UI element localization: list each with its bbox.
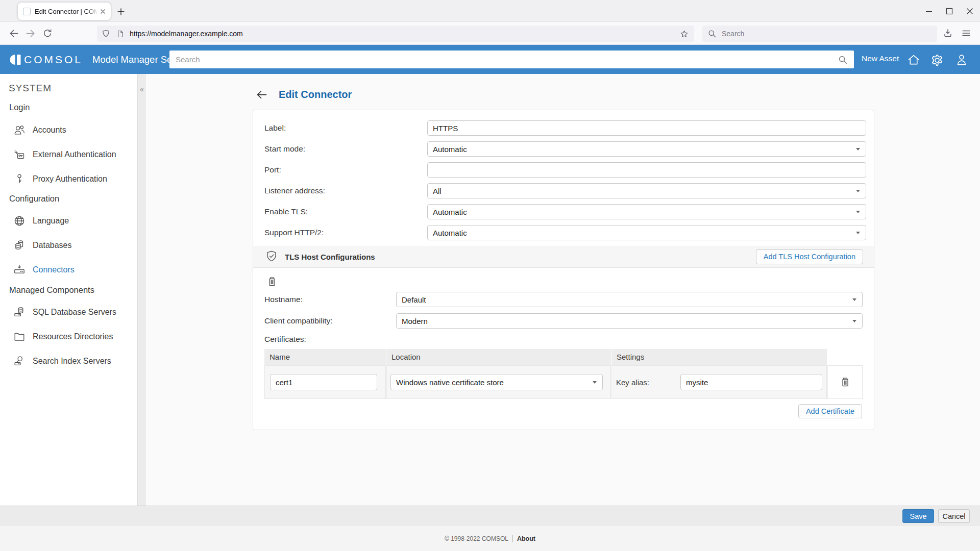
bookmark-star-icon[interactable] — [679, 29, 689, 39]
certificate-location-value: Windows native certificate store — [396, 378, 504, 387]
databases-icon — [13, 239, 26, 252]
user-profile-icon[interactable] — [954, 53, 969, 67]
downloads-icon[interactable] — [942, 28, 954, 39]
shield-icon[interactable] — [101, 29, 111, 39]
about-link[interactable]: About — [517, 535, 535, 542]
sidebar-item-label: SQL Database Servers — [33, 308, 116, 317]
external-authentication-icon — [13, 148, 26, 161]
browser-search-placeholder: Search — [722, 30, 744, 38]
sidebar-group-login: Login — [9, 103, 137, 114]
back-arrow-icon[interactable] — [255, 88, 268, 101]
window-minimize-button[interactable] — [919, 0, 939, 22]
sidebar-item-proxy-authentication[interactable]: Proxy Authentication — [0, 167, 137, 191]
add-certificate-button[interactable]: Add Certificate — [798, 404, 862, 418]
client-compatibility-label: Client compatibility: — [264, 316, 396, 325]
listener-address-select[interactable]: All — [427, 183, 866, 198]
sidebar-item-label: Accounts — [33, 126, 66, 135]
sidebar-item-label: External Authentication — [33, 150, 116, 159]
sidebar-item-language[interactable]: Language — [0, 209, 137, 233]
sidebar-collapse-icon[interactable]: « — [138, 85, 146, 93]
url-bar[interactable]: https://modelmanager.example.com — [97, 26, 694, 42]
delete-certificate-icon[interactable] — [839, 375, 852, 389]
certificate-settings-cell: Key alias: — [611, 365, 827, 399]
window-maximize-button[interactable] — [939, 0, 960, 22]
sidebar-item-label: Search Index Servers — [33, 357, 111, 366]
form-row-hostname: Hostname: Default — [264, 292, 863, 307]
client-compatibility-select[interactable]: Modern — [396, 313, 863, 329]
sidebar-item-accounts[interactable]: Accounts — [0, 118, 137, 142]
sidebar-item-search-index-servers[interactable]: Search Index Servers — [0, 349, 137, 373]
certificates-table-header: Name Location Settings — [264, 349, 861, 365]
cancel-button[interactable]: Cancel — [938, 509, 970, 523]
header-search-input[interactable] — [169, 51, 854, 68]
browser-tab[interactable]: Edit Connector | COMSOL Mod — [18, 3, 111, 20]
forward-icon[interactable] — [24, 28, 36, 39]
start-mode-value: Automatic — [433, 145, 467, 154]
app-header: COMSOL Model Manager Server New Asset — [0, 45, 980, 74]
sidebar-item-label: Proxy Authentication — [33, 174, 107, 184]
main-content: Edit Connector Label: Start mode: Automa… — [146, 74, 980, 506]
certificates-table: Name Location Settings Windows native ce… — [264, 349, 861, 399]
copyright-text: © 1998-2022 COMSOL — [445, 535, 508, 542]
form-row-start-mode: Start mode: Automatic — [264, 141, 866, 157]
certificate-name-input[interactable] — [270, 374, 377, 390]
sidebar-heading: SYSTEM — [9, 83, 137, 94]
form-row-support-http2: Support HTTP/2: Automatic — [264, 225, 866, 240]
enable-tls-value: Automatic — [433, 208, 467, 216]
search-icon — [707, 29, 717, 38]
browser-search-field[interactable]: Search — [702, 26, 937, 42]
key-alias-input[interactable] — [680, 374, 822, 390]
comsol-logo[interactable]: COMSOL — [10, 54, 83, 66]
footer-divider — [512, 535, 513, 542]
column-header-location: Location — [386, 349, 611, 365]
screen: Edit Connector | COMSOL Mod — [0, 0, 980, 551]
port-input[interactable] — [427, 162, 866, 178]
hostname-label: Hostname: — [264, 295, 396, 304]
support-http2-value: Automatic — [433, 229, 467, 237]
menu-hamburger-icon[interactable] — [961, 28, 972, 39]
page-icon[interactable] — [116, 30, 125, 38]
support-http2-select[interactable]: Automatic — [427, 225, 866, 240]
reload-icon[interactable] — [42, 28, 54, 39]
tab-close-icon[interactable] — [99, 8, 107, 15]
sidebar-item-sql-database-servers[interactable]: SQL Database Servers — [0, 300, 137, 324]
form-row-enable-tls: Enable TLS: Automatic — [264, 204, 866, 219]
start-mode-select[interactable]: Automatic — [427, 141, 866, 157]
connector-icon — [13, 263, 26, 277]
tls-section-title: TLS Host Configurations — [285, 253, 375, 261]
dropdown-caret-icon — [856, 190, 860, 194]
sidebar-group-managed-components: Managed Components — [9, 285, 137, 296]
sidebar-item-connectors[interactable]: Connectors — [0, 258, 137, 282]
hostname-value: Default — [402, 295, 426, 304]
action-bar: Save Cancel — [0, 506, 980, 526]
enable-tls-select[interactable]: Automatic — [427, 204, 866, 219]
header-search-icon[interactable] — [838, 55, 848, 65]
window-controls — [919, 0, 980, 22]
add-tls-host-configuration-button[interactable]: Add TLS Host Configuration — [756, 249, 863, 264]
sidebar-rail: « — [138, 74, 146, 506]
page-title: Edit Connector — [279, 89, 352, 101]
edit-connector-form: Label: Start mode: Automatic Port: Liste… — [253, 110, 874, 430]
sidebar-item-databases[interactable]: Databases — [0, 233, 137, 258]
delete-tls-host-configuration-icon[interactable] — [265, 275, 279, 288]
key-icon — [13, 172, 26, 186]
browser-tab-bar: Edit Connector | COMSOL Mod — [0, 0, 980, 22]
save-button[interactable]: Save — [902, 509, 934, 523]
sidebar-item-resources-directories[interactable]: Resources Directories — [0, 324, 137, 349]
sidebar-item-external-authentication[interactable]: External Authentication — [0, 142, 137, 167]
column-header-settings: Settings — [611, 349, 827, 365]
home-icon[interactable] — [906, 53, 921, 67]
shield-check-icon — [264, 249, 279, 264]
form-row-client-compatibility: Client compatibility: Modern — [264, 313, 863, 329]
new-asset-button[interactable]: New Asset — [862, 54, 899, 63]
hostname-select[interactable]: Default — [396, 292, 863, 307]
certificate-location-select[interactable]: Windows native certificate store — [390, 374, 603, 390]
back-icon[interactable] — [8, 28, 20, 39]
support-http2-label: Support HTTP/2: — [264, 228, 427, 237]
sidebar: SYSTEM Login Accounts External Authentic… — [0, 74, 138, 506]
window-close-button[interactable] — [960, 0, 980, 22]
sidebar-group-configuration: Configuration — [9, 194, 137, 205]
new-tab-button[interactable] — [114, 5, 128, 18]
settings-gear-icon[interactable] — [929, 53, 944, 67]
label-input[interactable] — [427, 120, 866, 136]
